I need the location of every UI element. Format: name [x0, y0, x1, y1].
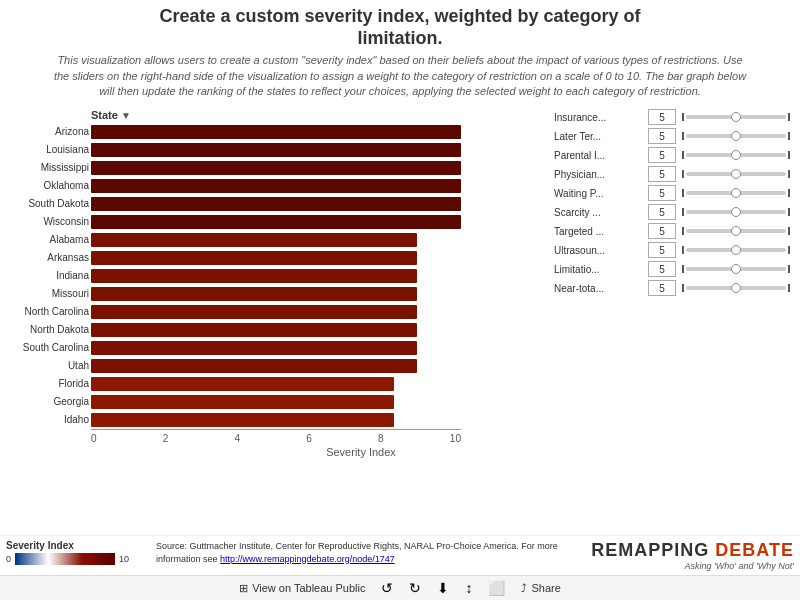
slider-category-label: Later Ter...: [554, 131, 644, 142]
share-btn[interactable]: ⤴ Share: [521, 582, 560, 594]
main-container: Create a custom severity index, weighted…: [0, 0, 800, 600]
bar-fill[interactable]: [91, 233, 417, 247]
axis-area: 0246810 Severity Index: [91, 429, 546, 458]
tableau-label: View on Tableau Public: [252, 582, 365, 594]
slider-track[interactable]: [686, 286, 786, 290]
legend-title: Severity Index: [6, 540, 146, 551]
bars-container: ArizonaLouisianaMississippiOklahomaSouth…: [91, 123, 546, 429]
slider-track[interactable]: [686, 115, 786, 119]
bar-fill[interactable]: [91, 377, 394, 391]
slider-track[interactable]: [686, 153, 786, 157]
slider-track[interactable]: [686, 134, 786, 138]
slider-value[interactable]: 5: [648, 185, 676, 201]
tableau-public-btn[interactable]: ⊞ View on Tableau Public: [239, 582, 365, 595]
share-icon: ⤴: [521, 582, 527, 594]
bar-fill[interactable]: [91, 161, 461, 175]
slider-end-right: [788, 151, 790, 159]
slider-track[interactable]: [686, 267, 786, 271]
down-icon[interactable]: ⬇: [437, 580, 449, 596]
bar-row: Louisiana: [91, 141, 546, 158]
slider-thumb[interactable]: [731, 169, 741, 179]
slider-thumb[interactable]: [731, 207, 741, 217]
slider-value[interactable]: 5: [648, 261, 676, 277]
filter-icon[interactable]: ▼: [121, 110, 131, 120]
slider-end-left: [682, 151, 684, 159]
bar-fill[interactable]: [91, 413, 394, 427]
refresh-icon[interactable]: ↕: [465, 580, 472, 596]
bar-state-label: Georgia: [7, 396, 89, 407]
bar-row: Arkansas: [91, 249, 546, 266]
bar-fill[interactable]: [91, 341, 417, 355]
slider-track[interactable]: [686, 229, 786, 233]
bar-fill[interactable]: [91, 323, 417, 337]
slider-row: Waiting P...5: [554, 185, 794, 201]
slider-end-right: [788, 113, 790, 121]
slider-end-right: [788, 208, 790, 216]
legend-section: Severity Index 0 10: [6, 540, 146, 565]
bar-state-label: Mississippi: [7, 162, 89, 173]
slider-value[interactable]: 5: [648, 204, 676, 220]
brand-title: REMAPPING DEBATE: [591, 540, 794, 561]
slider-track-wrap: [680, 246, 792, 254]
slider-value[interactable]: 5: [648, 223, 676, 239]
slider-value[interactable]: 5: [648, 128, 676, 144]
bar-fill[interactable]: [91, 395, 394, 409]
slider-value[interactable]: 5: [648, 109, 676, 125]
bar-row: Georgia: [91, 393, 546, 410]
slider-track-wrap: [680, 189, 792, 197]
bar-fill[interactable]: [91, 251, 417, 265]
slider-thumb[interactable]: [731, 264, 741, 274]
bar-state-label: South Dakota: [7, 198, 89, 209]
brand-subtitle: Asking 'Who' and 'Why Not': [685, 561, 794, 571]
slider-track[interactable]: [686, 248, 786, 252]
bar-state-label: North Dakota: [7, 324, 89, 335]
slider-end-left: [682, 227, 684, 235]
source-link[interactable]: http://www.remappingdebate.org/node/1747: [220, 554, 395, 564]
title-area: Create a custom severity index, weighted…: [0, 0, 800, 105]
bar-fill[interactable]: [91, 269, 417, 283]
slider-track[interactable]: [686, 172, 786, 176]
bar-fill[interactable]: [91, 305, 417, 319]
slider-end-right: [788, 265, 790, 273]
slider-thumb[interactable]: [731, 131, 741, 141]
export-icon[interactable]: ⬜: [488, 580, 505, 596]
bar-fill[interactable]: [91, 215, 461, 229]
slider-thumb[interactable]: [731, 188, 741, 198]
slider-thumb[interactable]: [731, 150, 741, 160]
slider-value[interactable]: 5: [648, 280, 676, 296]
bar-fill[interactable]: [91, 125, 461, 139]
slider-value[interactable]: 5: [648, 242, 676, 258]
x-axis-ticks: 0246810: [91, 433, 461, 444]
slider-end-left: [682, 170, 684, 178]
bar-row: Florida: [91, 375, 546, 392]
bar-fill[interactable]: [91, 197, 461, 211]
bar-fill[interactable]: [91, 143, 461, 157]
x-axis-tick: 0: [91, 433, 97, 444]
redo-icon[interactable]: ↻: [409, 580, 421, 596]
slider-thumb[interactable]: [731, 245, 741, 255]
x-axis-label: Severity Index: [176, 446, 546, 458]
bar-fill[interactable]: [91, 359, 417, 373]
bar-row: Utah: [91, 357, 546, 374]
legend-gradient: [15, 553, 115, 565]
bar-fill[interactable]: [91, 179, 461, 193]
bar-row: Mississippi: [91, 159, 546, 176]
slider-thumb[interactable]: [731, 283, 741, 293]
slider-end-right: [788, 189, 790, 197]
chart-section: State ▼ ArizonaLouisianaMississippiOklah…: [6, 109, 546, 535]
slider-track[interactable]: [686, 210, 786, 214]
slider-value[interactable]: 5: [648, 147, 676, 163]
slider-end-right: [788, 132, 790, 140]
slider-value[interactable]: 5: [648, 166, 676, 182]
bar-row: North Carolina: [91, 303, 546, 320]
slider-thumb[interactable]: [731, 112, 741, 122]
undo-icon[interactable]: ↺: [381, 580, 393, 596]
slider-thumb[interactable]: [731, 226, 741, 236]
legend-min: 0: [6, 554, 11, 564]
slider-track-wrap: [680, 132, 792, 140]
slider-end-left: [682, 246, 684, 254]
slider-end-right: [788, 227, 790, 235]
bar-fill[interactable]: [91, 287, 417, 301]
slider-track[interactable]: [686, 191, 786, 195]
brand-area: REMAPPING DEBATE Asking 'Who' and 'Why N…: [591, 540, 794, 571]
